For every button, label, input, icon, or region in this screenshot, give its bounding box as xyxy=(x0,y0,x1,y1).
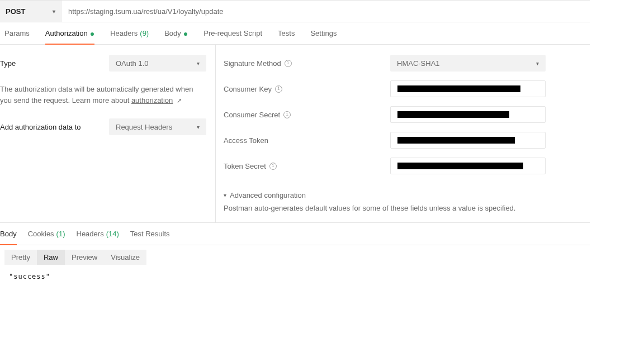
resp-tab-test-results[interactable]: Test Results xyxy=(130,223,170,245)
consumer-secret-label: Consumer Secret i xyxy=(224,111,390,119)
view-toggle: Pretty Raw Preview Visualize xyxy=(0,245,644,269)
redacted-value xyxy=(397,111,509,118)
resp-tab-headers[interactable]: Headers(14) xyxy=(77,223,119,245)
tab-tests[interactable]: Tests xyxy=(278,22,295,44)
token-secret-input[interactable] xyxy=(390,158,546,174)
chevron-down-icon: ▾ xyxy=(197,60,200,66)
tab-authorization[interactable]: Authorization● xyxy=(45,22,94,44)
consumer-key-label: Consumer Key i xyxy=(224,85,390,93)
external-link-icon: ↗ xyxy=(177,97,182,104)
dot-icon: ● xyxy=(183,30,188,37)
auth-learn-link[interactable]: authorization xyxy=(131,96,173,104)
advanced-config-toggle[interactable]: ▾ Advanced configuration xyxy=(224,191,590,199)
url-input[interactable] xyxy=(61,1,590,22)
consumer-secret-input[interactable] xyxy=(390,106,546,123)
signature-method-select[interactable]: HMAC-SHA1 ▾ xyxy=(390,55,546,72)
view-visualize-button[interactable]: Visualize xyxy=(104,250,146,265)
resp-tab-cookies[interactable]: Cookies(1) xyxy=(28,223,65,245)
access-token-input[interactable] xyxy=(390,132,546,149)
tab-prerequest[interactable]: Pre-request Script xyxy=(203,22,262,44)
method-value: POST xyxy=(6,7,25,16)
chevron-down-icon: ▾ xyxy=(224,192,226,198)
info-icon[interactable]: i xyxy=(275,85,282,93)
tab-params[interactable]: Params xyxy=(4,22,30,44)
add-auth-select[interactable]: Request Headers ▾ xyxy=(109,118,206,135)
info-icon[interactable]: i xyxy=(269,163,277,170)
request-tabs: Params Authorization● Headers(9) Body● P… xyxy=(0,22,590,45)
chevron-down-icon: ▾ xyxy=(53,8,55,15)
advanced-config-desc: Postman auto-generates default values fo… xyxy=(224,204,590,212)
redacted-value xyxy=(397,137,515,144)
consumer-key-input[interactable] xyxy=(390,80,546,97)
auth-type-select[interactable]: OAuth 1.0 ▾ xyxy=(109,55,206,72)
chevron-down-icon: ▾ xyxy=(536,60,539,66)
tab-body[interactable]: Body● xyxy=(164,22,188,44)
tab-headers[interactable]: Headers(9) xyxy=(110,22,149,44)
method-select[interactable]: POST ▾ xyxy=(0,1,61,22)
resp-tab-body[interactable]: Body xyxy=(0,223,17,245)
auth-right-pane: Signature Method i HMAC-SHA1 ▾ Consumer … xyxy=(216,45,590,222)
add-auth-label: Add authorization data to xyxy=(0,123,81,131)
info-icon[interactable]: i xyxy=(283,111,291,118)
info-icon[interactable]: i xyxy=(285,60,292,67)
auth-description: The authorization data will be automatic… xyxy=(0,84,206,106)
chevron-down-icon: ▾ xyxy=(197,124,200,130)
redacted-value xyxy=(397,85,520,92)
token-secret-label: Token Secret i xyxy=(224,162,390,170)
response-tabs: Body Cookies(1) Headers(14) Test Results xyxy=(0,223,590,245)
auth-type-label: Type xyxy=(0,59,16,68)
auth-pane: Type OAuth 1.0 ▾ The authorization data … xyxy=(0,45,590,223)
view-raw-button[interactable]: Raw xyxy=(37,250,65,265)
dot-icon: ● xyxy=(90,30,94,37)
view-preview-button[interactable]: Preview xyxy=(65,250,104,265)
auth-left-pane: Type OAuth 1.0 ▾ The authorization data … xyxy=(0,45,216,222)
redacted-value xyxy=(397,163,523,169)
signature-method-label: Signature Method i xyxy=(224,59,390,68)
view-pretty-button[interactable]: Pretty xyxy=(4,250,37,265)
request-bar: POST ▾ xyxy=(0,0,590,22)
access-token-label: Access Token xyxy=(224,136,390,145)
response-body: "success" xyxy=(0,269,644,284)
tab-settings[interactable]: Settings xyxy=(310,22,337,44)
